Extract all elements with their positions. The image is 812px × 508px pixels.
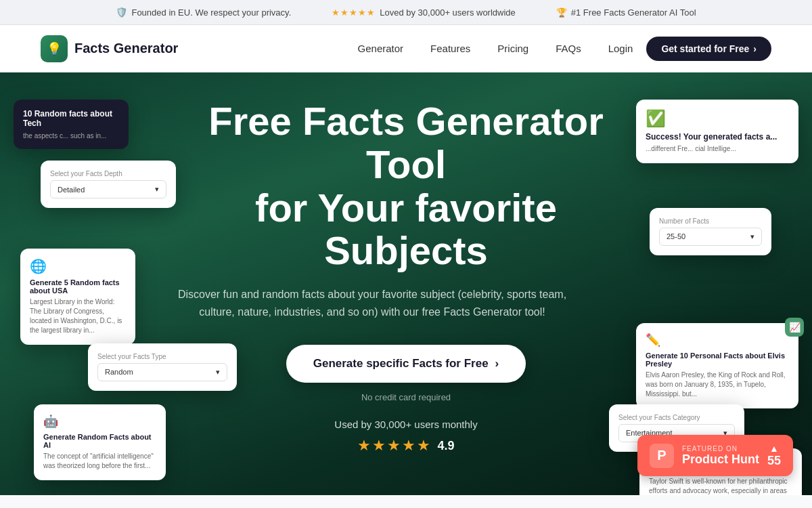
stars-icon: ★★★★★ <box>332 7 376 18</box>
product-hunt-badge[interactable]: P FEATURED ON Product Hunt ▲ 55 <box>637 435 793 476</box>
logo-icon: 💡 <box>41 35 68 62</box>
hero-center: Free Facts Generator Tool for Your favor… <box>169 100 643 454</box>
card-tech-facts: 10 Random facts about Tech the aspects c… <box>14 100 129 149</box>
chevron-down-icon-3: ▾ <box>750 232 754 241</box>
nav-links: Generator Features Pricing FAQs <box>358 43 581 55</box>
product-hunt-name: Product Hunt <box>682 452 759 467</box>
ai-title: Generate Random Facts about AI <box>43 433 156 449</box>
card-usa-facts: 🌐 Generate 5 Random facts about USA Larg… <box>20 249 135 345</box>
upvote-arrow-icon: ▲ <box>769 443 779 454</box>
topbar-award: 🏆 #1 Free Facts Generator AI Tool <box>556 7 696 18</box>
success-title: Success! Your generated facts a... <box>646 132 789 142</box>
card-elvis-facts: 📈 ✏️ Generate 10 Personal Facts about El… <box>636 323 798 408</box>
globe-icon: 🌐 <box>30 258 126 274</box>
nav-faqs[interactable]: FAQs <box>556 43 581 54</box>
nav-pricing[interactable]: Pricing <box>497 43 528 54</box>
number-label: Number of Facts <box>659 217 762 225</box>
topbar: 🛡️ Founded in EU. We respect your privac… <box>0 0 812 25</box>
chevron-down-icon: ▾ <box>155 185 159 194</box>
depth-label: Select your Facts Depth <box>50 170 166 177</box>
taylor-text: Taylor Swift is well-known for her phila… <box>649 477 792 495</box>
ai-text: The concept of "artificial intelligence"… <box>43 452 156 471</box>
number-dropdown[interactable]: 25-50 ▾ <box>659 228 762 246</box>
card-tech-title: 10 Random facts about Tech <box>23 109 119 128</box>
card-number-select: Number of Facts 25-50 ▾ <box>650 208 771 255</box>
elvis-title: Generate 10 Personal Facts about Elvis P… <box>646 352 789 368</box>
arrow-right-icon: › <box>495 357 499 371</box>
shield-icon: 🛡️ <box>116 7 127 18</box>
success-text: ...different Fre... cial Intellige... <box>646 144 789 154</box>
elvis-text: Elvis Aaron Presley, the King of Rock an… <box>646 371 789 399</box>
logo-link[interactable]: 💡 Facts Generator <box>41 35 178 62</box>
product-hunt-count: ▲ 55 <box>767 443 781 468</box>
hero-stars: ★★★★★ <box>357 437 432 454</box>
no-credit-card-label: No credit card required <box>361 392 451 402</box>
card-ai-facts: 🤖 Generate Random Facts about AI The con… <box>34 404 166 480</box>
hero-cta-button[interactable]: Generate specific Facts for Free › <box>286 345 526 383</box>
nav-right: Login Get started for Free › <box>608 37 771 61</box>
usa-text: Largest Library in the World: The Librar… <box>30 297 126 335</box>
check-icon: ✅ <box>646 109 789 128</box>
topbar-users: ★★★★★ Loved by 30,000+ users worldwide <box>332 7 516 18</box>
hero-section: 10 Random facts about Tech the aspects c… <box>0 72 812 495</box>
get-started-button[interactable]: Get started for Free › <box>646 37 771 61</box>
trophy-icon: 🏆 <box>556 7 567 18</box>
product-hunt-text: FEATURED ON Product Hunt <box>682 445 759 467</box>
robot-icon: 🤖 <box>43 414 156 429</box>
used-by-label: Used by 30,000+ users monthly <box>334 419 477 430</box>
nav-generator[interactable]: Generator <box>358 43 404 54</box>
upvote-count: 55 <box>767 454 781 468</box>
logo-text: Facts Generator <box>74 41 178 56</box>
depth-dropdown[interactable]: Detailed ▾ <box>50 180 166 198</box>
card-tech-text: the aspects c... such as in... <box>23 132 119 140</box>
navbar: 💡 Facts Generator Generator Features Pri… <box>0 25 812 72</box>
hero-title: Free Facts Generator Tool for Your favor… <box>169 100 643 272</box>
card-depth-select: Select your Facts Depth Detailed ▾ <box>41 161 176 208</box>
hero-subtitle: Discover fun and random facts about your… <box>169 286 575 320</box>
topbar-privacy: 🛡️ Founded in EU. We respect your privac… <box>116 7 291 18</box>
arrow-icon: › <box>753 43 757 54</box>
rating-row: ★★★★★ 4.9 <box>357 437 454 454</box>
pen-icon: ✏️ <box>646 333 789 347</box>
nav-features[interactable]: Features <box>430 43 470 54</box>
featured-label: FEATURED ON <box>682 445 759 452</box>
card-success: ✅ Success! Your generated facts a... ...… <box>636 100 798 163</box>
usa-title: Generate 5 Random facts about USA <box>30 278 126 295</box>
hero-rating: 4.9 <box>437 439 454 453</box>
trend-icon: 📈 <box>785 318 804 337</box>
login-button[interactable]: Login <box>608 43 633 54</box>
product-hunt-logo: P <box>650 444 674 468</box>
